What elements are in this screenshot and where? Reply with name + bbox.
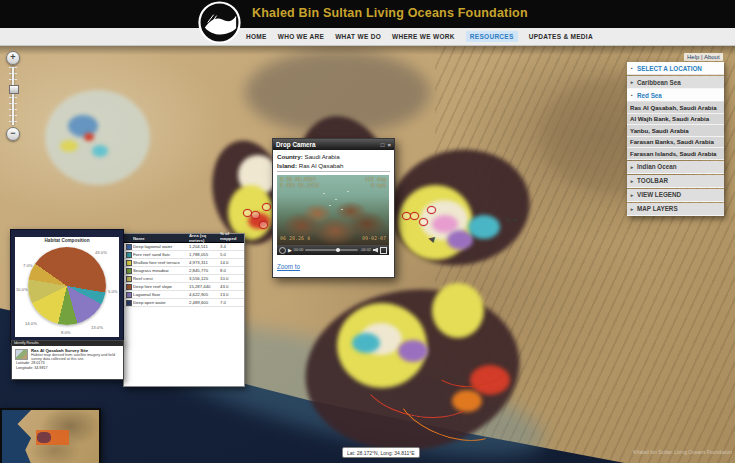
sidebar-select-a-location[interactable]: ▪ SELECT A LOCATION <box>627 62 724 75</box>
date-overlay: 09-02-07 <box>362 236 386 242</box>
sidebar-caribbean-sea[interactable]: ▸ Caribbean Sea <box>627 76 724 89</box>
sidebar-red-sea[interactable]: ▪ Red Sea <box>627 89 724 102</box>
table-row[interactable]: Deep fore reef slope15,287,44043.0 <box>124 283 244 291</box>
habitat-blob <box>60 140 78 152</box>
dive-site-marker[interactable] <box>251 211 260 219</box>
nav-home[interactable]: HOME <box>246 33 267 40</box>
map-attribution: Khaled bin Sultan Living Oceans Foundati… <box>633 449 732 455</box>
habitat-blob <box>468 215 500 239</box>
zoom-in-button[interactable]: + <box>6 51 20 65</box>
pie-label: 14.0% <box>25 321 37 326</box>
overview-inset-map[interactable] <box>0 408 101 463</box>
pie-label: 10.0% <box>16 287 28 292</box>
swatch <box>126 260 132 266</box>
habitat-pie-panel: Habitat Composition 43.0% 5.0% 13.0% 8.0… <box>10 229 124 343</box>
nav-resources[interactable]: RESOURCES <box>466 31 518 42</box>
pie-label: 7.0% <box>23 263 33 268</box>
zoom-slider-line <box>12 67 14 125</box>
close-icon[interactable]: × <box>387 142 391 148</box>
pie-label: 43.0% <box>95 250 107 255</box>
table-row[interactable]: Reef crest3,556,12010.0 <box>124 275 244 283</box>
site-thumbnail-icon <box>15 349 28 360</box>
country-value: Saudi Arabia <box>305 153 340 160</box>
dive-site-marker[interactable] <box>410 212 419 220</box>
zoom-out-button[interactable]: − <box>6 127 20 141</box>
habitat-blob <box>92 145 108 157</box>
volume-icon[interactable] <box>373 248 378 253</box>
bullet-icon: ▸ <box>627 178 637 184</box>
video-controls: ▶ 00:00 -00:02 <box>277 245 389 255</box>
table-row[interactable]: Fore reef sand flats1,788,0555.0 <box>124 251 244 259</box>
progress-handle[interactable] <box>336 248 340 252</box>
map-place-label: شرما <box>505 215 518 222</box>
swatch <box>126 268 132 274</box>
table-header-row: Name Area (sq meters) % of mapped area <box>124 234 244 243</box>
swatch <box>126 276 132 282</box>
nav-updates-media[interactable]: UPDATES & MEDIA <box>529 33 593 40</box>
sidebar-toolbar[interactable]: ▸ TOOLBAR <box>627 175 724 188</box>
foundation-logo-icon[interactable] <box>198 1 241 44</box>
top-shadow <box>0 45 735 55</box>
zoom-slider-track[interactable] <box>9 67 17 125</box>
gps-lon-overlay: E 035 01.3712 <box>280 183 319 189</box>
col-name: Name <box>133 236 189 241</box>
table-row[interactable]: Seagrass meadow2,845,7708.0 <box>124 267 244 275</box>
fullscreen-icon[interactable] <box>380 247 387 254</box>
popup-titlebar[interactable]: Drop Camera □ × <box>273 139 394 150</box>
table-row[interactable]: Deep open water2,489,6007.0 <box>124 299 244 307</box>
table-row[interactable]: Deep lagoonal water1,204,5113.4 <box>124 243 244 251</box>
speed-overlay: 0 mph <box>371 183 386 189</box>
popup-body: Country: Saudi Arabia Island: Ras Al Qas… <box>273 150 394 277</box>
bullet-icon: ▸ <box>627 206 637 212</box>
swatch <box>126 284 132 290</box>
popup-title: Drop Camera <box>276 141 378 148</box>
sidebar-ras-al-qasabah[interactable]: Ras Al Qasabah, Saudi Arabia <box>627 102 724 114</box>
pie-label: 8.0% <box>61 330 71 335</box>
dive-site-marker[interactable] <box>262 203 271 211</box>
table-row[interactable]: Shallow fore reef terrace4,973,31114.0 <box>124 259 244 267</box>
location-sidebar: ▪ SELECT A LOCATION ▸ Caribbean Sea ▪ Re… <box>627 62 724 216</box>
habitat-blob <box>84 133 94 141</box>
fish <box>329 205 331 206</box>
pie-label: 5.0% <box>108 289 118 294</box>
dive-site-marker[interactable] <box>419 218 428 226</box>
swatch <box>126 252 132 258</box>
lagoon-flat <box>45 90 150 185</box>
nav-who-we-are[interactable]: WHO WE ARE <box>278 33 324 40</box>
zoom-slider-thumb[interactable] <box>9 85 19 94</box>
sidebar-farasan-banks[interactable]: Farasan Banks, Saudi Arabia <box>627 137 724 149</box>
dive-site-marker[interactable] <box>259 221 268 229</box>
nav-what-we-do[interactable]: WHAT WE DO <box>335 33 381 40</box>
sidebar-item-label: Indian Ocean <box>637 163 677 170</box>
fish <box>341 209 343 210</box>
time-remaining: -00:02 <box>360 248 371 252</box>
island-line: Island: Ras Al Qasabah <box>277 162 390 169</box>
help-about-link[interactable]: Help | About <box>684 53 723 61</box>
minimize-icon[interactable]: □ <box>381 142 385 148</box>
dive-site-marker[interactable] <box>427 206 436 214</box>
zoom-to-link[interactable]: Zoom to <box>277 263 300 270</box>
sidebar-al-wajh-bank[interactable]: Al Wajh Bank, Saudi Arabia <box>627 114 724 126</box>
sidebar-yanbu[interactable]: Yanbu, Saudi Arabia <box>627 125 724 137</box>
sidebar-indian-ocean[interactable]: ▸ Indian Ocean <box>627 161 724 174</box>
table-row[interactable]: Lagoonal floor4,622,90513.0 <box>124 291 244 299</box>
sidebar-view-legend[interactable]: ▸ VIEW LEGEND <box>627 189 724 202</box>
map-canvas[interactable]: ▶ شرما + − Help | About ▪ SELECT A LOCAT… <box>0 45 735 463</box>
country-label: Country: <box>277 153 303 160</box>
swatch <box>126 292 132 298</box>
pie-chart[interactable] <box>28 247 106 325</box>
zoom-control: + − <box>6 51 20 141</box>
progress-bar[interactable] <box>305 249 358 251</box>
nav-where-we-work[interactable]: WHERE WE WORK <box>392 33 455 40</box>
video-player[interactable]: N 28 01.0357 E 035 01.3712 117 deg 0 mph… <box>277 175 389 255</box>
site-info-body: Ras Al Qasabah Survey Site Habitat map d… <box>12 346 123 372</box>
country-line: Country: Saudi Arabia <box>277 153 390 160</box>
sidebar-item-label: VIEW LEGEND <box>637 191 681 198</box>
bullet-icon: ▪ <box>627 65 637 71</box>
rewind-icon[interactable] <box>279 247 286 254</box>
site-description: Habitat map derived from satellite image… <box>31 353 119 361</box>
play-icon[interactable]: ▶ <box>288 247 292 253</box>
sidebar-farasan-islands[interactable]: Farasan Islands, Saudi Arabia <box>627 148 724 160</box>
cursor-position-readout: Lat: 28.172°N, Long: 34.811°E <box>342 447 420 458</box>
sidebar-map-layers[interactable]: ▸ MAP LAYERS <box>627 203 724 216</box>
